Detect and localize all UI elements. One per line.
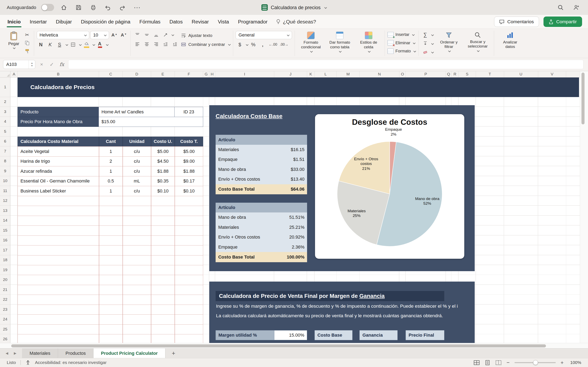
tab-dibujar[interactable]: Dibujar [52, 15, 77, 28]
material-table-header-cell[interactable]: Cant [99, 137, 123, 147]
cell[interactable] [99, 265, 123, 275]
cell[interactable] [99, 305, 123, 315]
number-format-select[interactable]: General [236, 31, 292, 39]
next-sheet-icon[interactable]: ▶ [14, 351, 17, 355]
cell[interactable]: 0.5 [99, 176, 123, 186]
select-all-corner[interactable] [0, 71, 10, 77]
col-header-G[interactable]: G [203, 71, 209, 77]
format-cells-button[interactable]: Formato [388, 47, 416, 55]
cell[interactable]: $0.10 [151, 186, 175, 196]
insert-cells-button[interactable]: +Insertar [388, 31, 416, 39]
row-header-13[interactable]: 13 [0, 206, 10, 216]
row-header-5[interactable]: 5 [0, 127, 10, 136]
material-table-header-cell[interactable]: Costo T. [175, 137, 203, 147]
cancel-entry-icon[interactable]: × [38, 62, 45, 67]
format-painter-button[interactable] [23, 47, 31, 55]
cell[interactable] [151, 314, 175, 325]
align-bottom-button[interactable] [152, 31, 160, 39]
row-header-4[interactable]: 4 [0, 117, 10, 127]
cell[interactable] [151, 216, 175, 226]
col-header-P[interactable]: P [406, 71, 446, 77]
cell[interactable] [151, 245, 175, 256]
cell-margin-value[interactable]: 15.00% [274, 330, 307, 340]
cell[interactable] [151, 196, 175, 206]
cell[interactable] [99, 295, 123, 305]
sort-filter-button[interactable]: Ordenar y filtrar [435, 31, 462, 53]
col-header-M[interactable]: M [337, 71, 360, 77]
col-header-O[interactable]: O [399, 71, 406, 77]
analyze-data-button[interactable]: Analizar datos [497, 31, 524, 50]
pct-table-value[interactable]: 20.92% [274, 232, 307, 242]
cell[interactable] [99, 196, 123, 206]
cell[interactable] [17, 295, 99, 305]
conditional-formatting-button[interactable]: Formato condicional [297, 31, 324, 53]
col-header-D[interactable]: D [123, 71, 151, 77]
cell[interactable] [175, 196, 203, 206]
sheet-tab-productos[interactable]: Productos [58, 349, 94, 358]
col-header-A[interactable]: A [10, 71, 17, 77]
cell[interactable] [17, 305, 99, 315]
insert-function-icon[interactable]: fx [58, 62, 66, 67]
tell-me-tab[interactable]: ¿Qué deseas? [272, 19, 320, 25]
pct-table-total-value[interactable]: 100.00% [274, 252, 307, 262]
cell[interactable]: $4.50 [151, 156, 175, 167]
cell[interactable] [151, 285, 175, 295]
cell[interactable] [99, 314, 123, 325]
clear-button[interactable] [421, 48, 429, 56]
cell[interactable] [175, 265, 203, 275]
cell[interactable]: 1 [99, 146, 123, 157]
row-header-19[interactable]: 19 [0, 265, 10, 275]
underline-button[interactable]: S [56, 41, 64, 49]
cell[interactable] [99, 334, 123, 343]
cell[interactable] [123, 305, 151, 315]
cell[interactable]: $5.00 [175, 146, 203, 157]
col-header-N[interactable]: N [360, 71, 399, 77]
col-header-E[interactable]: E [151, 71, 175, 77]
zoom-slider-thumb[interactable] [533, 360, 538, 365]
col-header-H[interactable]: H [209, 71, 215, 77]
cost-table-total-value[interactable]: $64.06 [274, 184, 307, 194]
cost-table-value[interactable]: $16.15 [274, 145, 307, 155]
cell[interactable]: mL [123, 176, 151, 186]
cell[interactable] [123, 206, 151, 216]
row-header-6[interactable]: 6 [0, 137, 10, 146]
cell[interactable] [175, 305, 203, 315]
normal-view-icon[interactable] [474, 360, 480, 366]
cell[interactable]: Aceite Vegetal [17, 146, 99, 157]
row-header-9[interactable]: 9 [0, 166, 10, 176]
row-header-25[interactable]: 25 [0, 324, 10, 334]
decrease-decimal-button[interactable]: .00→ [279, 41, 289, 49]
cost-table-value[interactable]: $13.40 [274, 174, 307, 184]
cell[interactable] [99, 225, 123, 236]
cell[interactable] [151, 255, 175, 266]
col-header-C[interactable]: C [99, 71, 123, 77]
font-name-select[interactable]: Helvetica [37, 31, 89, 39]
pct-table-label[interactable]: Materiales [216, 222, 274, 233]
prev-sheet-icon[interactable]: ◀ [6, 351, 8, 355]
pct-table-total-label[interactable]: Costo Base Total [216, 252, 274, 262]
material-table-header-cell[interactable]: Unidad [123, 137, 151, 147]
zoom-level[interactable]: 100% [568, 360, 581, 365]
cell[interactable] [99, 216, 123, 226]
cell[interactable] [99, 275, 123, 285]
row-header-1[interactable]: 1 [0, 77, 10, 97]
col-header-I[interactable]: I [215, 71, 274, 77]
accessibility-icon[interactable] [25, 360, 31, 366]
chevron-down-icon[interactable] [79, 43, 82, 46]
pct-table-label[interactable]: Mano de obra [216, 212, 274, 223]
cost-table-label[interactable]: Mano de obra [216, 165, 274, 175]
cell[interactable] [175, 255, 203, 266]
cell[interactable] [175, 285, 203, 295]
cell[interactable] [175, 324, 203, 334]
row-header-7[interactable]: 7 [0, 146, 10, 156]
cell[interactable] [175, 295, 203, 305]
tab-formulas[interactable]: Fórmulas [135, 15, 165, 28]
pct-table-value[interactable]: 25.21% [274, 222, 307, 233]
cell[interactable] [17, 255, 99, 266]
cell[interactable] [175, 275, 203, 285]
vertical-scrollbar[interactable] [580, 71, 588, 343]
col-header-K[interactable]: K [307, 71, 315, 77]
row-header-3[interactable]: 3 [0, 107, 10, 117]
name-box[interactable]: A103 ▲▼ [3, 60, 35, 69]
decrease-indent-button[interactable] [161, 40, 169, 48]
